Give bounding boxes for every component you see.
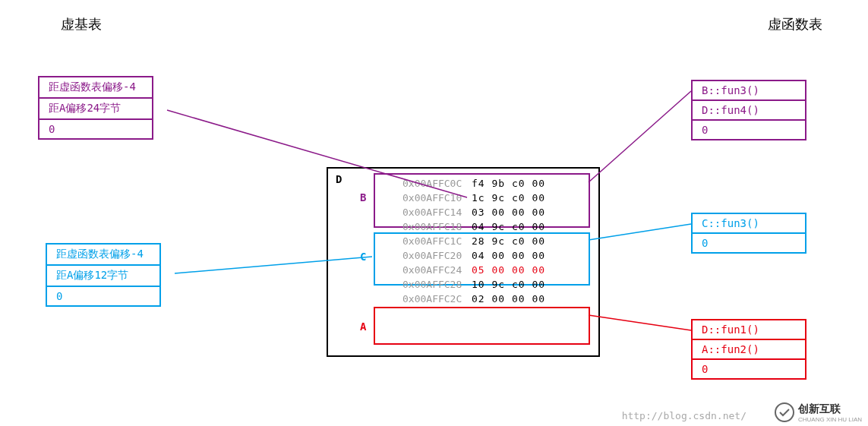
svg-line-1 [589,91,691,182]
logo-text: 创新互联 [798,402,862,416]
mem-row: 0x00AFFC2405 00 00 00 [396,263,556,277]
vbtable-c: 距虚函数表偏移-4 距A偏移12字节 0 [46,243,161,307]
vftable-c: C::fun3() 0 [691,213,806,254]
group-box-a [374,307,590,345]
svg-line-3 [589,224,691,240]
vftable-b-row3: 0 [692,120,806,140]
mem-row: 0x00AFFC2810 9c c0 00 [396,277,556,292]
logo-sub: CHUANG XIN HU LIAN [798,416,862,423]
label-b: B [360,191,366,204]
svg-point-5 [775,403,794,421]
vbtable-c-row3: 0 [46,286,160,306]
mem-row: 0x00AFFC2004 00 00 00 [396,248,556,263]
left-title: 虚基表 [61,15,102,33]
vbtable-b-row3: 0 [39,119,153,139]
mem-row: 0x00AFFC1403 00 00 00 [396,205,556,219]
label-c: C [360,251,366,263]
vftable-a-row1: D::fun1() [692,320,806,339]
vbtable-b-row1: 距虚函数表偏移-4 [39,77,153,98]
memory-block: D B C A 0x00AFFC0Cf4 9b c0 00 0x00AFFC10… [327,167,600,357]
vbtable-c-row2: 距A偏移12字节 [46,265,160,286]
mem-row: 0x00AFFC2C02 00 00 00 [396,292,556,306]
vftable-b: B::fun3() D::fun4() 0 [691,80,806,140]
footer-url: http://blog.csdn.net/ [622,410,746,421]
vftable-c-row1: C::fun3() [692,213,806,233]
vftable-a-row3: 0 [692,359,806,379]
vftable-a-row2: A::fun2() [692,339,806,359]
label-a: A [360,320,366,333]
memory-rows: 0x00AFFC0Cf4 9b c0 00 0x00AFFC101c 9c c0… [396,176,556,306]
vbtable-b: 距虚函数表偏移-4 距A偏移24字节 0 [38,76,153,140]
label-d: D [336,173,342,185]
mem-row: 0x00AFFC101c 9c c0 00 [396,191,556,205]
logo: 创新互联 CHUANG XIN HU LIAN [774,402,862,423]
mem-row: 0x00AFFC1804 9c c0 00 [396,219,556,234]
vbtable-c-row1: 距虚函数表偏移-4 [46,244,160,265]
vftable-a: D::fun1() A::fun2() 0 [691,319,806,380]
svg-line-4 [589,315,691,330]
vbtable-b-row2: 距A偏移24字节 [39,98,153,119]
mem-row: 0x00AFFC1C28 9c c0 00 [396,234,556,248]
mem-row: 0x00AFFC0Cf4 9b c0 00 [396,176,556,191]
logo-icon [774,402,795,423]
vftable-b-row1: B::fun3() [692,80,806,100]
vftable-c-row2: 0 [692,233,806,253]
vftable-b-row2: D::fun4() [692,100,806,120]
right-title: 虚函数表 [768,15,822,33]
